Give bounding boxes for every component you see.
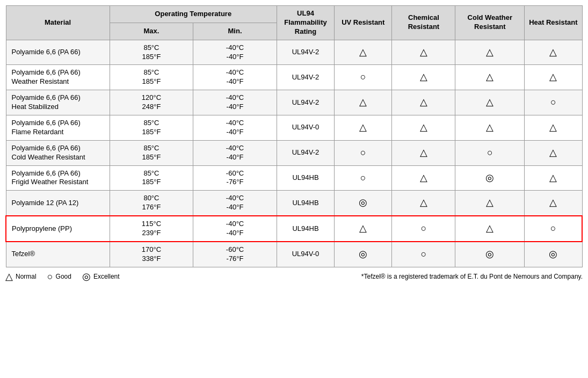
header-operating-temp: Operating Temperature <box>110 6 277 23</box>
ul94-rating: UL94V-0 <box>277 115 334 141</box>
cold-rating: △ <box>455 191 525 216</box>
cold-rating: ○ <box>455 140 525 165</box>
chemical-rating: △ <box>392 65 455 90</box>
ul94-rating: UL94V-0 <box>277 242 334 267</box>
uv-rating: △ <box>335 40 392 65</box>
circle-label: Good <box>56 273 71 280</box>
header-cold-weather: Cold Weather Resistant <box>455 6 525 40</box>
ul94-rating: UL94HB <box>277 165 334 191</box>
uv-rating: ◎ <box>335 191 392 216</box>
cold-rating: △ <box>455 65 525 90</box>
cold-rating: △ <box>455 90 525 115</box>
header-max: Max. <box>110 23 193 40</box>
max-temp: 115°C 239°F <box>110 216 193 242</box>
footnote: *Tefzel® is a registered trademark of E.… <box>361 273 583 280</box>
header-ul94: UL94 Flammability Rating <box>277 6 334 40</box>
uv-rating: △ <box>335 90 392 115</box>
triangle-label: Normal <box>16 273 37 280</box>
heat-rating: △ <box>525 140 582 165</box>
legend-excellent: ◎ Excellent <box>82 272 120 281</box>
circle-symbol: ○ <box>47 272 53 281</box>
min-temp: -40°C -40°F <box>193 40 277 65</box>
heat-rating: ○ <box>525 216 582 242</box>
ul94-rating: UL94HB <box>277 191 334 216</box>
heat-rating: ○ <box>525 90 582 115</box>
max-temp: 85°C 185°F <box>110 165 193 191</box>
material-cell: Polyamide 6,6 (PA 66) Frigid Weather Res… <box>6 165 110 191</box>
header-min: Min. <box>193 23 277 40</box>
material-cell: Polyamide 12 (PA 12) <box>6 191 110 216</box>
header-material: Material <box>6 6 110 40</box>
excellent-label: Excellent <box>93 273 120 280</box>
material-cell: Polyamide 6,6 (PA 66) Weather Resistant <box>6 65 110 90</box>
chemical-rating: △ <box>392 165 455 191</box>
chemical-rating: △ <box>392 191 455 216</box>
legend: △ Normal ○ Good ◎ Excellent <box>5 272 120 281</box>
material-cell: Polyamide 6,6 (PA 66) Cold Weather Resis… <box>6 140 110 165</box>
uv-rating: ◎ <box>335 242 392 267</box>
uv-rating: △ <box>335 216 392 242</box>
material-cell: Polyamide 6,6 (PA 66) Heat Stabilized <box>6 90 110 115</box>
max-temp: 85°C 185°F <box>110 40 193 65</box>
max-temp: 120°C 248°F <box>110 90 193 115</box>
cold-rating: ◎ <box>455 165 525 191</box>
header-heat: Heat Resistant <box>525 6 582 40</box>
chemical-rating: △ <box>392 90 455 115</box>
chemical-rating: △ <box>392 40 455 65</box>
ul94-rating: UL94V-2 <box>277 40 334 65</box>
uv-rating: △ <box>335 115 392 141</box>
min-temp: -60°C -76°F <box>193 165 277 191</box>
ul94-rating: UL94V-2 <box>277 90 334 115</box>
material-cell: Polyamide 6,6 (PA 66) <box>6 40 110 65</box>
material-cell: Tefzel® <box>6 242 110 267</box>
legend-circle: ○ Good <box>47 272 71 281</box>
min-temp: -40°C -40°F <box>193 140 277 165</box>
header-uv: UV Resistant <box>335 6 392 40</box>
heat-rating: △ <box>525 40 582 65</box>
material-properties-table: Material Operating Temperature UL94 Flam… <box>5 5 583 267</box>
heat-rating: △ <box>525 191 582 216</box>
min-temp: -40°C -40°F <box>193 191 277 216</box>
max-temp: 85°C 185°F <box>110 140 193 165</box>
heat-rating: △ <box>525 65 582 90</box>
cold-rating: △ <box>455 216 525 242</box>
cold-rating: △ <box>455 115 525 141</box>
table-footer: △ Normal ○ Good ◎ Excellent *Tefzel® is … <box>5 272 583 281</box>
min-temp: -40°C -40°F <box>193 90 277 115</box>
ul94-rating: UL94V-2 <box>277 140 334 165</box>
triangle-symbol: △ <box>5 272 13 281</box>
max-temp: 85°C 185°F <box>110 65 193 90</box>
max-temp: 85°C 185°F <box>110 115 193 141</box>
chemical-rating: △ <box>392 115 455 141</box>
cold-rating: △ <box>455 40 525 65</box>
cold-rating: ◎ <box>455 242 525 267</box>
header-chemical: Chemical Resistant <box>392 6 455 40</box>
legend-triangle: △ Normal <box>5 272 37 281</box>
heat-rating: ◎ <box>525 242 582 267</box>
excellent-symbol: ◎ <box>82 272 91 281</box>
chemical-rating: ○ <box>392 216 455 242</box>
uv-rating: ○ <box>335 65 392 90</box>
uv-rating: ○ <box>335 165 392 191</box>
min-temp: -40°C -40°F <box>193 115 277 141</box>
min-temp: -40°C -40°F <box>193 216 277 242</box>
min-temp: -60°C -76°F <box>193 242 277 267</box>
material-cell: Polypropylene (PP) <box>6 216 110 242</box>
ul94-rating: UL94HB <box>277 216 334 242</box>
chemical-rating: ○ <box>392 242 455 267</box>
heat-rating: △ <box>525 115 582 141</box>
max-temp: 80°C 176°F <box>110 191 193 216</box>
min-temp: -40°C -40°F <box>193 65 277 90</box>
ul94-rating: UL94V-2 <box>277 65 334 90</box>
uv-rating: ○ <box>335 140 392 165</box>
material-cell: Polyamide 6,6 (PA 66) Flame Retardant <box>6 115 110 141</box>
heat-rating: △ <box>525 165 582 191</box>
max-temp: 170°C 338°F <box>110 242 193 267</box>
chemical-rating: △ <box>392 140 455 165</box>
